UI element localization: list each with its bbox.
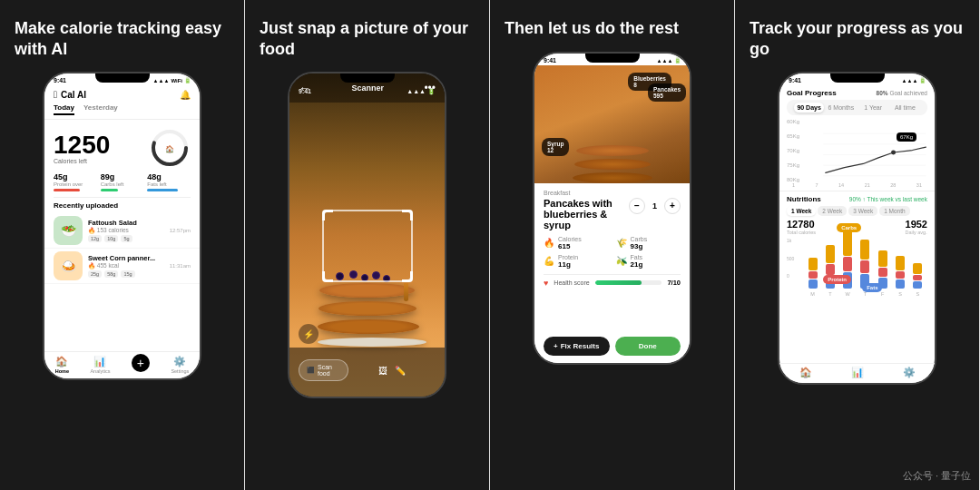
macro-fats: 48g Fats left [147,172,191,191]
panel-3-heading: Then let us do the rest [505,18,720,39]
phone-notch-3 [585,54,640,63]
panel-nutrition: Then let us do the rest 9:41 ▲▲▲ 🔋 Blue [490,0,735,490]
health-score-value: 7/10 [667,279,681,287]
food-thumb-2: 🍛 [54,251,83,280]
week-tab-month[interactable]: 1 Month [879,206,910,216]
health-bar-fill [595,280,642,285]
quantity-increase[interactable]: + [664,198,681,214]
scan-food-button[interactable]: ⬛ Scan food [299,359,348,381]
bar-carbs-w: Carbs [843,230,852,256]
edit-icon[interactable]: ✏️ [395,366,406,376]
current-weight: 67Kg [897,132,916,142]
health-bar [595,280,662,285]
svg-point-8 [891,151,896,155]
image-icon[interactable]: 🖼 [378,366,387,376]
status-icons-2: ▲▲▲ 🔋 [407,88,436,95]
daily-avg-value: 1952 [906,219,927,230]
bar-wednesday: Carbs Protein W [840,230,856,297]
food-item-2[interactable]: 🍛 Sweet Corn panner... 🔥 455 kcal 25g 58… [44,249,200,284]
bell-icon: 🔔 [180,90,191,100]
macro-bar-fats [147,189,177,191]
calories-number: 1250 [54,132,110,158]
svg-text:🏠: 🏠 [165,144,174,153]
food-macros-1: 12g 10g 5g [88,235,164,242]
home-icon: 🏠 [55,356,68,368]
phone-mockup-1: 9:41 ▲▲▲WiFi🔋  Cal AI 🔔 Today Yesterday… [43,72,201,380]
bottom-tab-home-4[interactable]: 🏠 [799,367,812,378]
tab-today[interactable]: Today [54,103,74,115]
week-tab-3[interactable]: 3 Week [848,206,877,216]
bottom-tab-analytics-4[interactable]: 📊 [851,367,864,378]
food-macros-2: 25g 58g 15g [88,270,164,278]
time-tab-alltime[interactable]: All time [890,103,920,113]
done-button[interactable]: Done [615,337,681,356]
food-name-2: Sweet Corn panner... [88,254,164,262]
nutr-calories: 🔥 Calories 615 [544,236,609,250]
app-header-1:  Cal AI 🔔 [44,85,200,103]
phone-mockup-4: 9:41 ▲▲▲ 🔋 Goal Progress 80% Goal achiev… [778,72,936,385]
fix-results-button[interactable]: + Fix Results [544,337,610,356]
plus-icon: + [554,342,558,350]
food-thumbnail [572,145,653,183]
status-icons-1: ▲▲▲WiFi🔋 [153,77,191,83]
scanner-background: ← Scanner ••• ⬛ Scan food [289,74,445,397]
analytics-icon-4: 📊 [851,367,864,378]
bar-protein-m [808,271,818,279]
macro-protein: 45g Protein over [54,172,97,191]
status-time-1: 9:41 [54,77,66,83]
status-icons-3: ▲▲▲ 🔋 [657,57,681,64]
progress-screen: 9:41 ▲▲▲ 🔋 Goal Progress 80% Goal achiev… [779,74,935,383]
bar-carbs-m [808,258,818,270]
week-tab-1[interactable]: 1 Week [787,206,816,216]
food-cal-2: 🔥 455 kcal [88,262,164,270]
bar-protein-f [878,268,887,277]
panel-snap-picture: Just snap a picture of your food [245,0,490,490]
phone-mockup-3: 9:41 ▲▲▲ 🔋 Blueberries8 Pancakes595 Syru… [533,52,691,365]
quantity-value: 1 [652,201,657,211]
protein-label-badge: Protein [823,275,851,284]
analytics-icon: 📊 [93,356,106,368]
time-tab-6months[interactable]: 6 Months [826,103,856,113]
bottom-tab-settings-4[interactable]: ⚙️ [903,367,916,378]
bottom-tab-analytics[interactable]: 📊 Analytics [90,356,110,374]
weight-line-chart [787,121,927,184]
macros-row: 45g Protein over 89g Carbs left 48g Fats… [44,172,200,197]
food-item-1[interactable]: 🥗 Fattoush Salad 🔥 153 calories 12g 10g … [44,213,200,249]
calories-label: Calories left [54,158,110,164]
scan-food-label: Scan food [318,364,340,377]
bar-fats-s1 [896,279,905,289]
health-score-label: Health score [554,279,589,286]
divider-1 [54,197,191,198]
panel-calorie-tracking: Make calorie tracking easy with AI 9:41 … [0,0,245,490]
quantity-decrease[interactable]: − [629,198,645,214]
week-tab-2[interactable]: 2 Week [818,206,847,216]
scan-icon: ⬛ [307,367,315,374]
time-tab-90days[interactable]: 90 Days [794,103,824,113]
food-name-1: Fattoush Salad [88,219,164,227]
scan-overlay: ← Scanner ••• ⬛ Scan food [289,74,445,397]
bottom-tab-home[interactable]: 🏠 Home [55,356,69,374]
carbs-label-badge: Carbs [837,223,861,232]
nutritions-section: Nutritions 90% ↑ This week vs last week … [779,191,935,299]
calories-ring: 🏠 [149,127,191,169]
tab-yesterday[interactable]: Yesterday [83,103,118,115]
food-image-area: Blueberries8 Pancakes595 Syrup12 [534,65,690,183]
bar-carbs-f [878,250,887,267]
analytics-tab-label: Analytics [90,368,110,374]
calories-icon: 🔥 [544,238,554,248]
goal-achieved: 80% Goal achieved [877,90,927,96]
bottom-tab-settings[interactable]: ⚙️ Settings [171,356,189,374]
scan-frame [322,210,413,282]
bar-fats-th: Fats [860,274,869,289]
add-food-button[interactable]: + [132,354,150,372]
quantity-row: − 1 + [629,198,681,214]
flash-button[interactable]: ⚡ [299,324,318,344]
phone-mockup-2: ← Scanner ••• ⬛ Scan food [288,72,446,398]
settings-icon-4: ⚙️ [903,367,916,378]
time-tab-1year[interactable]: 1 Year [858,103,888,113]
bar-fats-s2 [913,281,922,289]
goal-progress-title: Goal Progress [787,89,837,97]
bar-saturday: S [892,256,907,297]
nutritions-title: Nutritions [787,195,821,203]
food-time-2: 11:31am [170,263,191,269]
